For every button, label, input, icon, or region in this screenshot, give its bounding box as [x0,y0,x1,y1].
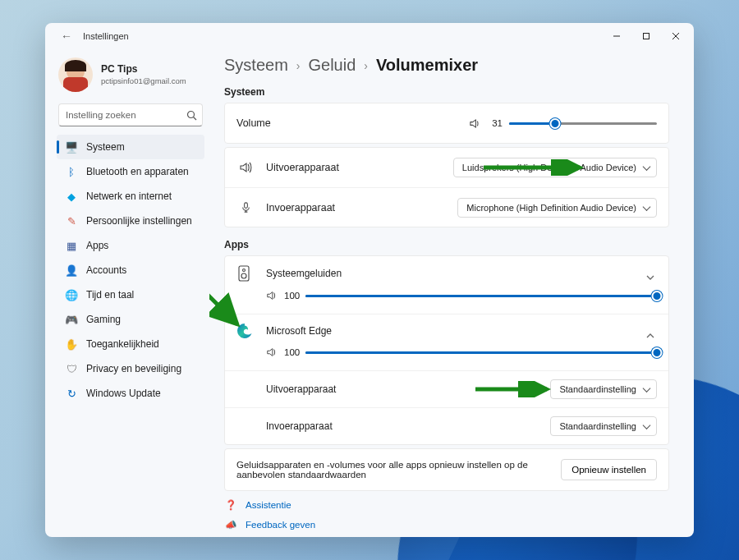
speaker-icon[interactable] [469,117,481,130]
breadcrumb: Systeem › Geluid › Volumemixer [224,56,669,75]
settings-window: ← Instellingen PC Tips pctipsinfo01@gmai… [45,23,694,537]
edge-device-rows: Uitvoerapparaat Standaardinstelling Invo… [225,370,668,444]
output-device-dropdown[interactable]: Luidsprekers (High Definition Audio Devi… [453,158,657,177]
nav-icon: ▦ [65,240,78,252]
app-name: Microsoft Edge [266,325,332,337]
speaker-icon[interactable] [266,290,278,301]
sidebar-item-accounts[interactable]: 👤Accounts [57,258,204,282]
titlebar: ← Instellingen [45,23,694,49]
sidebar-item-tijd-en-taal[interactable]: 🌐Tijd en taal [57,282,204,307]
nav-icon: 🌐 [65,289,78,301]
sidebar-item-bluetooth-en-apparaten[interactable]: ᛒBluetooth en apparaten [57,159,204,184]
edge-output-dropdown[interactable]: Standaardinstelling [550,379,657,399]
sidebar-item-windows-update[interactable]: ↻Windows Update [57,381,204,406]
edge-output-label: Uitvoerapparaat [266,383,550,395]
sidebar-item-netwerk-en-internet[interactable]: ◆Netwerk en internet [57,184,204,209]
app-volume-slider[interactable] [305,289,657,302]
svg-rect-1 [644,34,649,39]
help-assist-link[interactable]: ❓Assistentie [224,499,669,511]
profile[interactable]: PC Tips pctipsinfo01@gmail.com [57,54,204,103]
minimize-button[interactable] [602,25,631,48]
sidebar-item-persoonlijke-instellingen[interactable]: ✎Persoonlijke instellingen [57,209,204,233]
system-devices-card: Uitvoerapparaat Luidsprekers (High Defin… [224,147,669,227]
nav-label: Bluetooth en apparaten [86,166,189,177]
sidebar-item-toegankelijkheid[interactable]: ✋Toegankelijkheid [57,332,204,356]
nav-icon: 🎮 [65,314,78,326]
profile-email: pctipsinfo01@gmail.com [101,76,186,86]
search-box[interactable] [58,103,203,126]
svg-rect-6 [244,203,247,209]
volume-label: Volume [236,117,469,129]
sidebar-item-privacy-en-beveiliging[interactable]: 🛡Privacy en beveiliging [57,356,204,381]
nav-label: Gaming [86,314,121,325]
reset-text: Geluidsapparaten en -volumes voor alle a… [236,460,549,480]
nav-label: Tijd en taal [86,289,134,301]
nav-label: Apps [86,240,108,251]
system-sounds-icon [236,264,255,282]
svg-point-4 [188,111,195,117]
nav-label: Systeem [86,141,125,153]
reset-card: Geluidsapparaten en -volumes voor alle a… [224,448,669,491]
chevron-down-icon[interactable] [645,273,657,284]
volume-value: 31 [488,118,503,128]
app-edge: Microsoft Edge 100 [225,314,668,370]
nav-icon: ᛒ [65,166,78,178]
app-name: Systeemgeluiden [266,268,342,279]
chevron-right-icon: › [364,59,368,72]
microphone-icon [236,201,255,213]
help-icon: ❓ [224,499,237,511]
svg-point-10 [241,273,246,278]
window-title: Instellingen [83,31,129,41]
app-system-sounds: Systeemgeluiden 100 [225,256,668,314]
app-volume-value: 100 [284,347,299,357]
nav-label: Accounts [86,264,126,276]
main-content: Systeem › Geluid › Volumemixer Systeem V… [209,49,694,537]
avatar [58,57,93,92]
nav-label: Windows Update [86,388,161,399]
nav-icon: ↻ [65,388,78,400]
back-button[interactable]: ← [55,25,78,48]
crumb-system[interactable]: Systeem [224,56,288,75]
sidebar: PC Tips pctipsinfo01@gmail.com 🖥️Systeem… [45,49,209,537]
search-icon [186,110,197,121]
edge-icon [236,323,255,339]
edge-input-dropdown[interactable]: Standaardinstelling [550,416,657,436]
volume-slider[interactable] [509,117,657,130]
nav-label: Toegankelijkheid [86,338,159,350]
nav-icon: 👤 [65,264,78,277]
sidebar-item-gaming[interactable]: 🎮Gaming [57,307,204,332]
profile-name: PC Tips [101,63,186,76]
search-input[interactable] [66,110,186,120]
nav-list: 🖥️SysteemᛒBluetooth en apparaten◆Netwerk… [57,135,204,406]
nav-label: Netwerk en internet [86,190,172,202]
crumb-sound[interactable]: Geluid [308,56,356,75]
apps-card: Systeemgeluiden 100 Microsoft Edge [224,255,669,445]
nav-icon: 🛡 [65,363,78,375]
feedback-link[interactable]: 📣Feedback geven [224,519,669,530]
output-device-label: Uitvoerapparaat [266,162,453,173]
speaker-output-icon [236,161,255,174]
chevron-right-icon: › [296,59,301,72]
svg-line-5 [194,117,197,120]
chevron-up-icon[interactable] [645,331,657,342]
svg-point-9 [243,269,246,272]
reset-button[interactable]: Opnieuw instellen [561,459,657,480]
edge-input-label: Invoerapparaat [266,420,550,432]
maximize-button[interactable] [631,25,661,48]
sidebar-item-apps[interactable]: ▦Apps [57,233,204,258]
crumb-mixer: Volumemixer [376,56,478,75]
section-title-system: Systeem [224,86,669,98]
system-volume-card: Volume 31 [224,103,669,144]
sidebar-item-systeem[interactable]: 🖥️Systeem [57,135,204,159]
input-device-label: Invoerapparaat [266,202,457,213]
input-device-dropdown[interactable]: Microphone (High Definition Audio Device… [457,198,657,218]
nav-icon: 🖥️ [65,141,78,154]
nav-label: Persoonlijke instellingen [86,215,192,227]
nav-icon: ◆ [65,190,78,203]
app-volume-value: 100 [284,291,299,301]
feedback-icon: 📣 [224,519,237,530]
speaker-icon[interactable] [266,347,278,358]
app-volume-slider[interactable] [305,346,657,359]
close-button[interactable] [661,25,691,48]
section-title-apps: Apps [224,239,669,250]
